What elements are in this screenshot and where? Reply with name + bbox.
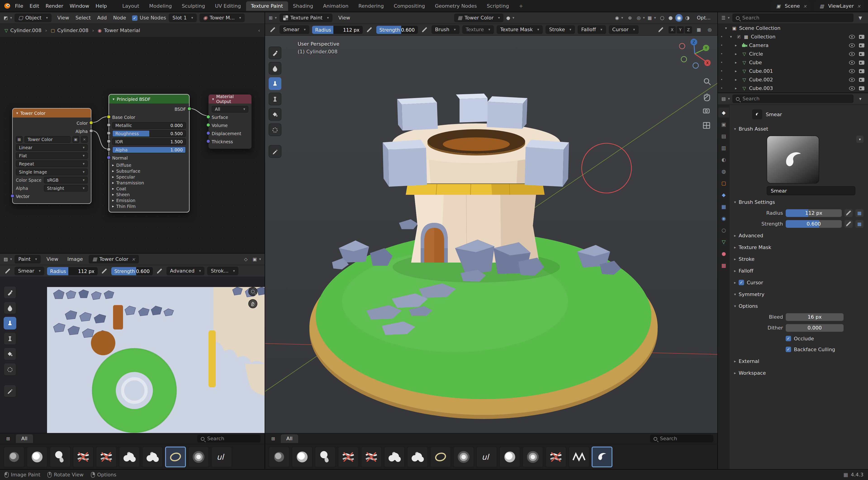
disable-in-renders-toggle[interactable] (859, 43, 864, 47)
image-brush-thumb-8-soft[interactable] (188, 447, 209, 467)
workspace-tab-shading[interactable]: Shading (288, 1, 318, 11)
shelf-display-icon[interactable]: ⊞ (4, 435, 12, 443)
outliner-row-cube[interactable]: •▸▽Cube (718, 58, 868, 67)
popover-cursor[interactable]: Cursor (609, 25, 639, 34)
menu-file[interactable]: File (12, 2, 27, 10)
image-brush-thumb-1-blob[interactable] (27, 447, 48, 467)
hide-in-viewport-toggle[interactable] (849, 78, 855, 82)
popover-texture[interactable]: Texture (462, 25, 494, 34)
image-shelf-tab-all[interactable]: All (16, 434, 33, 443)
outliner-row-collection[interactable]: •▾✓▦Collection (718, 33, 868, 41)
socket-roughness-input[interactable] (107, 131, 111, 135)
viewport-shelf-search-input[interactable]: Search (650, 435, 713, 443)
material-select[interactable]: ◉Tower M... (199, 13, 245, 22)
shader-type-select[interactable]: ▢Object (15, 13, 52, 22)
hide-in-viewport-toggle[interactable] (849, 86, 855, 91)
viewport-tool-mask[interactable] (269, 124, 281, 136)
image-name-field[interactable]: Tower Color (24, 136, 70, 143)
annotate-icon[interactable] (657, 26, 665, 34)
viewport-brush-thumb-3-redx[interactable] (338, 447, 359, 467)
bleed-field[interactable]: 16 px (786, 313, 844, 321)
panel-cursor[interactable]: ✓Cursor (734, 277, 864, 287)
panel-stroke[interactable]: Stroke (734, 254, 864, 264)
workspace-tab-texture-paint[interactable]: Texture Paint (246, 1, 288, 11)
brush-preview[interactable] (767, 136, 819, 183)
workspace-tab-animation[interactable]: Animation (318, 1, 353, 11)
collapse-icon[interactable]: ▾ (212, 97, 214, 101)
radius-pressure-icon[interactable] (366, 26, 374, 34)
properties-tab-material[interactable]: ● (718, 249, 729, 259)
outliner-search-input[interactable]: Search (732, 13, 854, 22)
shading-solid[interactable]: ● (667, 14, 674, 22)
properties-tab-render[interactable]: ▣ (718, 119, 729, 129)
expand-icon[interactable]: ▸ (735, 86, 740, 91)
output-displacement[interactable]: Displacement (212, 130, 248, 137)
cursor-checkbox[interactable]: ✓ (739, 280, 744, 285)
strength-slider[interactable]: 0.600 (786, 220, 842, 228)
image-node-repeat-select[interactable]: Repeat (16, 160, 88, 167)
menu-render[interactable]: Render (42, 2, 66, 10)
fake-user-button[interactable]: ▣ (72, 136, 79, 143)
popover-falloff[interactable]: Falloff (578, 25, 606, 34)
viewport-tool-draw[interactable] (269, 46, 281, 59)
outliner-row-scene-collection[interactable]: ▾▣Scene Collection (718, 24, 868, 33)
strength-unified-icon[interactable]: ▦ (855, 220, 864, 228)
viewport-tool-soften[interactable] (269, 62, 281, 75)
mode-select[interactable]: Texture Paint (280, 13, 333, 22)
properties-tab-particles[interactable]: ▦ (718, 202, 729, 211)
texture-slot-select[interactable]: ▦Tower Color (454, 13, 503, 22)
socket-normal-input[interactable] (107, 156, 111, 160)
dither-field[interactable]: 0.000 (786, 324, 844, 332)
image-view-menu[interactable]: View (43, 255, 61, 264)
bsdf-panel-diffuse[interactable]: ▸Diffuse (112, 162, 186, 168)
viewport-brush-thumb-11-soft[interactable] (522, 447, 543, 467)
editor-type-properties-icon[interactable]: ▤ (721, 95, 730, 103)
properties-tab-physics[interactable]: ◉ (718, 213, 729, 223)
brush-asset-chevron-icon[interactable]: ▾ (856, 136, 864, 143)
bsdf-ior[interactable]: IOR1.500 (112, 138, 186, 145)
occlude-checkbox[interactable]: ✓ (786, 336, 791, 341)
expand-icon[interactable]: ▾ (730, 35, 735, 39)
collapse-icon[interactable]: ▾ (113, 97, 115, 101)
disable-in-renders-toggle[interactable] (859, 52, 864, 56)
alpha-mode-select[interactable]: Straight (44, 185, 88, 192)
radius-slider[interactable]: 112 px (786, 209, 842, 217)
backface-culling-checkbox[interactable]: ✓ (786, 347, 791, 352)
viewport-brush-thumb-7-loop[interactable] (430, 447, 451, 467)
panel-workspace[interactable]: Workspace (734, 368, 864, 378)
shelf-display-icon[interactable]: ⊞ (269, 435, 277, 443)
properties-tab-modifiers[interactable]: ◆ (718, 190, 729, 200)
disable-in-renders-toggle[interactable] (859, 61, 864, 65)
panel-external[interactable]: External (734, 356, 864, 366)
socket-base-color-input[interactable] (107, 115, 111, 119)
outliner-row-camera[interactable]: •▸Camera (718, 41, 868, 50)
workspace-tab-scripting[interactable]: Scripting (482, 1, 514, 11)
material-slot-select[interactable]: Slot 1 (169, 13, 197, 22)
viewlayer-selector[interactable]: ▥ViewLayer× (814, 0, 864, 11)
image-brush-thumb-5-snow[interactable] (119, 447, 140, 467)
socket-vector-input[interactable] (10, 194, 14, 198)
object-visibility-icon[interactable]: ◉ (615, 14, 623, 22)
disable-in-renders-toggle[interactable] (859, 69, 864, 73)
panel-texture-mask[interactable]: Texture Mask (734, 242, 864, 252)
viewport-brush-thumb-14-swirl[interactable] (592, 447, 613, 467)
bsdf-panel-sheen[interactable]: ▸Sheen (112, 192, 186, 198)
principled-bsdf-node[interactable]: ▾Principled BSDF BSDF Base ColorMetallic… (108, 94, 189, 212)
collection-checkbox[interactable]: ✓ (736, 34, 741, 39)
image-texture-node[interactable]: ▾Tower Color Color Alpha ▦ Tower Color ▣… (12, 108, 91, 204)
disable-in-renders-toggle[interactable] (859, 78, 864, 82)
properties-tab-data[interactable]: ▽ (718, 237, 729, 247)
panel-brush-asset[interactable]: Brush Asset (734, 124, 864, 134)
image-tool-mask[interactable] (4, 363, 16, 376)
panel-symmetry[interactable]: Symmetry (734, 289, 864, 299)
viewport-brush-thumb-4-redx[interactable] (361, 447, 382, 467)
viewport-strength-slider[interactable]: Strength0.600 (376, 26, 418, 34)
material-output-node[interactable]: ▾Material Output All SurfaceVolumeDispla… (208, 94, 252, 149)
node-editor-canvas[interactable]: ▾Tower Color Color Alpha ▦ Tower Color ▣… (0, 37, 265, 253)
menu-window[interactable]: Window (66, 2, 93, 10)
image-brush-select[interactable]: Smear (14, 267, 44, 275)
image-tool-smear[interactable] (4, 317, 16, 330)
image-brush-thumb-0-blob-dim[interactable] (4, 447, 24, 467)
editor-type-shader-icon[interactable]: ◩ (4, 14, 12, 22)
properties-tab-texture[interactable]: ▩ (718, 260, 729, 270)
